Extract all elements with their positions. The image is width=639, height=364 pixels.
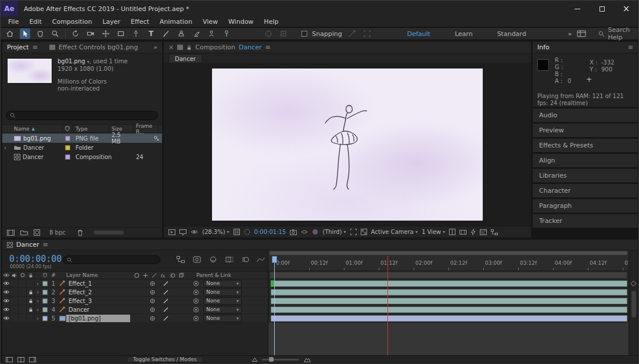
workspace-default[interactable]: Default (407, 30, 430, 38)
expand-transfer-controls-icon[interactable] (17, 357, 24, 362)
label-color-swatch[interactable] (65, 136, 70, 141)
viewer-tab-dancer[interactable]: Dancer (168, 54, 202, 63)
snapping-checkbox[interactable] (301, 31, 307, 37)
label-color-swatch[interactable] (65, 154, 70, 160)
project-search-input[interactable] (6, 111, 158, 120)
panel-libraries[interactable]: Libraries (533, 169, 638, 182)
audio-toggle[interactable] (10, 297, 19, 305)
timeline-time-area[interactable]: 0:00f 00:12f 01:00f 01:12f 02:00f 02:12f… (268, 250, 629, 355)
menu-window[interactable]: Window (223, 18, 259, 26)
comp-marker-bin-icon[interactable] (630, 280, 637, 287)
collapse-switch[interactable] (150, 307, 155, 312)
new-composition-button[interactable] (34, 229, 40, 236)
time-ruler[interactable]: 0:00f 00:12f 01:00f 01:12f 02:00f 02:12f… (268, 256, 629, 271)
panel-menu-icon[interactable]: ≡ (628, 44, 633, 51)
panel-preview[interactable]: Preview (533, 124, 638, 137)
parent-dropdown[interactable]: None ▾ (203, 297, 242, 305)
parent-dropdown[interactable]: None ▾ (203, 280, 242, 287)
audio-toggle[interactable] (10, 314, 19, 322)
flowchart-icon[interactable] (491, 229, 498, 235)
col-layer-name[interactable]: Layer Name (58, 272, 130, 278)
grid-guides-icon[interactable] (234, 229, 240, 235)
view-layout-dropdown[interactable]: 1 View▾ (422, 229, 445, 235)
layer-row-1[interactable]: › 1 Effect_1 None ▾ (2, 279, 268, 288)
resolution-dropdown[interactable]: (Third)▾ (322, 229, 346, 235)
time-area-empty[interactable] (268, 323, 629, 355)
menu-animation[interactable]: Animation (155, 18, 198, 26)
solo-toggle[interactable] (19, 288, 27, 296)
fast-previews-icon[interactable] (471, 229, 476, 235)
panel-menu-icon[interactable]: ≡ (33, 44, 38, 51)
quality-switch[interactable] (163, 298, 168, 304)
expander-icon[interactable]: › (35, 298, 41, 304)
panel-effects-presets[interactable]: Effects & Presets (533, 139, 638, 152)
color-depth-button[interactable]: 8 bpc (49, 229, 66, 236)
col-type[interactable]: Type (73, 125, 109, 132)
solo-toggle[interactable] (19, 297, 27, 305)
roto-brush-tool-icon[interactable] (206, 28, 217, 39)
layer-row-5[interactable]: › 5 [bg01.png] None ▾ (2, 314, 268, 323)
parent-dropdown[interactable]: None ▾ (203, 306, 242, 313)
hand-tool-icon[interactable] (35, 28, 45, 39)
quality-switch[interactable] (163, 281, 168, 286)
tab-effect-controls[interactable]: Effect Controls bg01.png (59, 44, 138, 51)
menu-edit[interactable]: Edit (24, 18, 46, 26)
workspace-overflow-icon[interactable]: » (568, 30, 572, 38)
close-icon[interactable]: × (168, 44, 174, 51)
pixel-aspect-icon[interactable] (459, 229, 466, 235)
lock-toggle[interactable] (27, 279, 35, 287)
project-row-dancer-folder[interactable]: › Dancer Folder (2, 143, 162, 152)
tab-project[interactable]: Project (7, 44, 29, 51)
col-number[interactable]: # (49, 272, 58, 278)
camera-dropdown[interactable]: Active Camera▾ (371, 229, 418, 235)
timeline-vscrollbar[interactable] (629, 250, 638, 355)
timeline-tab-dancer[interactable]: Dancer (16, 241, 40, 248)
label-color-swatch[interactable] (42, 281, 48, 286)
solo-toggle[interactable] (19, 314, 27, 322)
video-toggle[interactable] (2, 288, 10, 296)
pickwhip-icon[interactable] (188, 298, 203, 304)
quality-switch[interactable] (163, 316, 168, 321)
maximize-button[interactable] (590, 1, 614, 17)
lock-toggle[interactable] (27, 305, 35, 313)
audio-toggle[interactable] (10, 279, 19, 287)
puppet-pin-tool-icon[interactable] (221, 28, 232, 39)
panel-menu-icon[interactable]: ≡ (265, 44, 270, 51)
expander-icon[interactable]: › (4, 145, 6, 151)
draft-3d-icon[interactable] (193, 256, 201, 263)
hide-shy-layers-icon[interactable] (209, 256, 217, 263)
zoom-tool-icon[interactable] (50, 28, 60, 39)
layer-bar-5[interactable] (271, 315, 627, 322)
trash-icon[interactable] (77, 229, 83, 236)
workspace-standard[interactable]: Standard (497, 30, 526, 38)
menu-help[interactable]: Help (259, 18, 283, 26)
layer-bar-1[interactable] (271, 280, 627, 287)
clone-stamp-tool-icon[interactable] (176, 28, 186, 39)
menu-layer[interactable]: Layer (97, 18, 125, 26)
solo-toggle[interactable] (19, 279, 27, 287)
expand-inout-pane-icon[interactable] (29, 357, 36, 362)
layer-name[interactable]: Effect_1 (66, 280, 130, 287)
label-color-swatch[interactable] (42, 316, 48, 321)
tab-info[interactable]: Info (537, 44, 550, 51)
parent-dropdown[interactable]: None ▾ (203, 289, 242, 296)
current-time-display[interactable]: 0:00:01:15 (254, 229, 286, 235)
zoom-in-mountain-icon[interactable] (304, 357, 311, 362)
project-row-bg01[interactable]: bg01.png PNG file 2.5 MB (2, 134, 162, 143)
col-audio-icon[interactable] (10, 272, 19, 279)
expander-icon[interactable]: › (35, 315, 41, 322)
pickwhip-icon[interactable] (188, 307, 203, 313)
mask-feather-icon[interactable] (263, 28, 274, 39)
timeline-current-time[interactable]: 0:00:00:00 (9, 254, 62, 264)
rotation-tool-icon[interactable] (70, 28, 81, 39)
collapse-switch[interactable] (150, 298, 155, 304)
camera-tool-icon[interactable] (85, 28, 96, 39)
share-view-icon[interactable] (449, 229, 455, 235)
col-switches-icons[interactable]: fx (130, 273, 188, 278)
panel-tracker[interactable]: Tracker (533, 214, 638, 228)
always-preview-icon[interactable] (168, 229, 175, 235)
layer-row-2[interactable]: › 2 Effect_2 None ▾ (2, 288, 268, 297)
toggle-switches-modes-button[interactable]: Toggle Switches / Modes (127, 356, 203, 363)
layer-bar-2[interactable] (271, 289, 627, 295)
brush-tool-icon[interactable] (161, 28, 171, 39)
